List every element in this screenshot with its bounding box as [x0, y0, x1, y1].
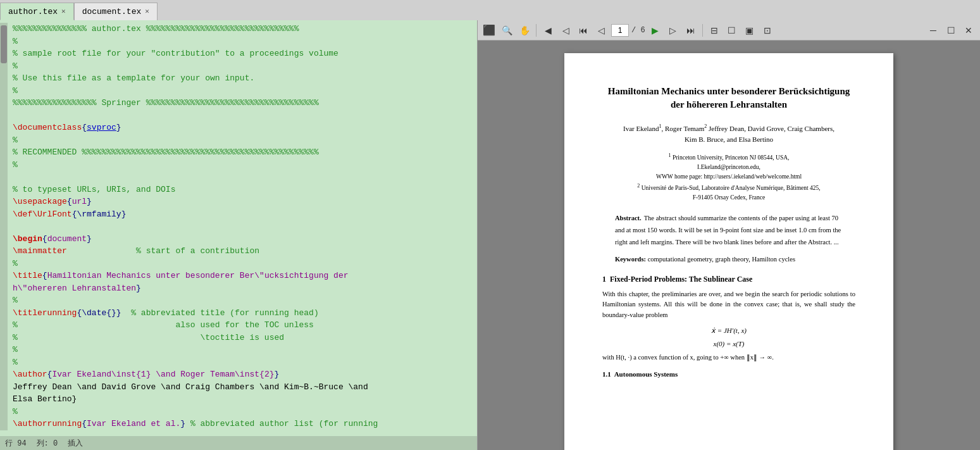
tab-document-tex-label: document.tex [82, 7, 142, 16]
tab-author-tex[interactable]: author.tex ✕ [0, 3, 74, 20]
pdf-panel: ⬛ 🔍 ✋ ◀ ◁ ⏮ ◁ / 6 ▶ ▷ ⏭ ⊟ ☐ ▣ ⊡ ─ ☐ ✕ [478, 20, 980, 450]
code-scroll[interactable]: %%%%%%%%%%%%%%% author.tex %%%%%%%%%%%%%… [0, 20, 477, 436]
pdf-scroll[interactable]: Hamiltonian Mechanics unter besonderer B… [478, 41, 980, 450]
code-panel: %%%%%%%%%%%%%%% author.tex %%%%%%%%%%%%%… [0, 20, 478, 450]
pdf-section1-num: 1 [602, 275, 606, 284]
pdf-double-btn[interactable]: ▣ [742, 23, 757, 38]
pdf-layout-btn[interactable]: ⊟ [707, 23, 722, 38]
pdf-subsection1: 1.1 Autonomous Systems [602, 370, 855, 378]
code-text: %%%%%%%%%%%%%%% author.tex %%%%%%%%%%%%%… [13, 23, 472, 430]
pdf-math2: x(0) = x(T) [602, 340, 855, 347]
pdf-subsection1-title: Autonomous Systems [614, 370, 678, 378]
pdf-first-btn[interactable]: ⏮ [576, 23, 591, 38]
tab-author-tex-label: author.tex [8, 7, 58, 16]
pdf-last-btn[interactable]: ⏭ [683, 23, 698, 38]
pdf-page-separator: / 6 [631, 26, 645, 35]
pdf-keywords-label: Keywords: [615, 256, 646, 263]
pdf-authors: Ivar Ekeland1, Roger Temam2 Jeffrey Dean… [602, 123, 855, 146]
pdf-prev-btn[interactable]: ◀ [540, 23, 555, 38]
status-bar: 行 94 列: 0 插入 [0, 436, 477, 450]
pdf-keywords: Keywords: computational geometry, graph … [615, 254, 843, 265]
pdf-abstract: Abstract. The abstract should summarize … [615, 211, 843, 247]
pdf-math1: ẋ = JH′(t, x) [602, 327, 855, 335]
pdf-abstract-text: The abstract should summarize the conten… [615, 215, 841, 246]
main-content: %%%%%%%%%%%%%%% author.tex %%%%%%%%%%%%%… [0, 20, 980, 450]
pdf-single-btn[interactable]: ☐ [724, 23, 740, 38]
tab-document-tex-close[interactable]: ✕ [145, 8, 149, 15]
sep1 [536, 24, 537, 37]
pdf-title: Hamiltonian Mechanics unter besonderer B… [602, 85, 855, 111]
pdf-section1-title: Fixed-Period Problems: The Sublinear Cas… [610, 275, 752, 284]
pdf-prev2-btn[interactable]: ◁ [593, 23, 609, 38]
pdf-body-text2: with H(t, ·) a convex function of x, goi… [602, 353, 855, 363]
pdf-abstract-label: Abstract. [615, 215, 642, 222]
pdf-search-btn[interactable]: 🔍 [499, 23, 514, 38]
pdf-affil1: 1 Princeton University, Princeton NJ 085… [602, 152, 855, 203]
pdf-page: Hamiltonian Mechanics unter besonderer B… [564, 53, 893, 450]
scrollbar-thumb[interactable] [1, 25, 7, 63]
pdf-icon-red[interactable]: ⬛ [481, 23, 497, 38]
code-lines: %%%%%%%%%%%%%%% author.tex %%%%%%%%%%%%%… [8, 23, 477, 430]
pdf-section1: 1 Fixed-Period Problems: The Sublinear C… [602, 275, 855, 284]
pdf-next-btn[interactable]: ▶ [648, 23, 663, 38]
pdf-close-btn[interactable]: ✕ [961, 23, 976, 38]
pdf-minimize-btn[interactable]: ─ [926, 23, 941, 38]
tab-author-tex-close[interactable]: ✕ [61, 8, 66, 15]
pdf-hand-btn[interactable]: ✋ [517, 23, 532, 38]
pdf-back-btn[interactable]: ◁ [558, 23, 573, 38]
pdf-keywords-text: computational geometry, graph theory, Ha… [648, 256, 795, 263]
pdf-page-input[interactable] [611, 24, 629, 37]
scrollbar[interactable] [0, 23, 8, 430]
pdf-fit-btn[interactable]: ⊡ [760, 23, 775, 38]
tab-bar: author.tex ✕ document.tex ✕ [0, 0, 980, 20]
sep2 [702, 24, 703, 37]
status-col: 列: 0 [37, 438, 58, 449]
status-line: 行 94 [5, 438, 27, 449]
pdf-restore-btn[interactable]: ☐ [943, 23, 958, 38]
pdf-toolbar: ⬛ 🔍 ✋ ◀ ◁ ⏮ ◁ / 6 ▶ ▷ ⏭ ⊟ ☐ ▣ ⊡ ─ ☐ ✕ [478, 20, 980, 41]
pdf-next2-btn[interactable]: ▷ [666, 23, 681, 38]
pdf-body-text1: With this chapter, the preliminaries are… [602, 289, 855, 320]
pdf-subsection1-num: 1.1 [602, 370, 611, 378]
tab-document-tex[interactable]: document.tex ✕ [74, 3, 158, 20]
status-mode: 插入 [68, 438, 83, 449]
